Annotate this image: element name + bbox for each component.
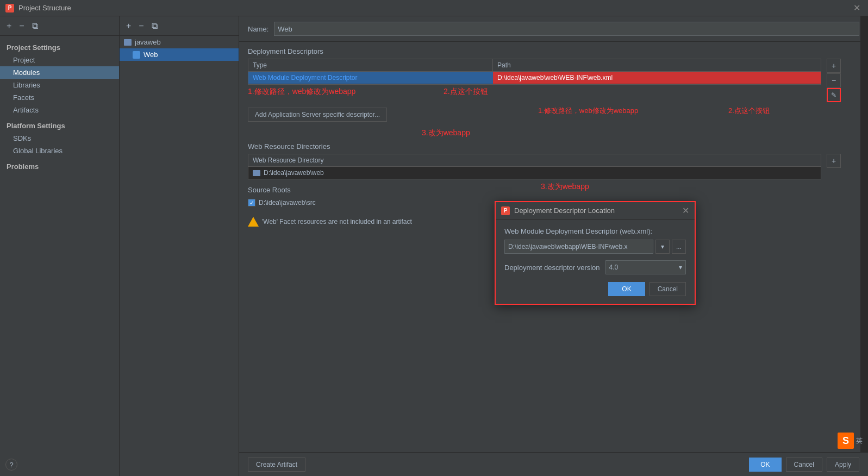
dialog-app-icon: P	[501, 206, 510, 215]
tree-item-web[interactable]: Web	[120, 48, 239, 61]
tree-remove-button[interactable]: −	[136, 21, 146, 32]
sidebar-item-project[interactable]: Project	[0, 54, 119, 66]
dialog-version-row: Deployment descriptor version 4.0 ▾	[504, 260, 686, 274]
annotations-row: 1.修改路径，web修改为webapp 2.点这个按钮	[248, 87, 841, 103]
source-roots-title: Source Roots	[248, 186, 841, 194]
name-row: Name:	[239, 16, 868, 42]
dialog-titlebar: P Deployment Descriptor Location ✕	[496, 202, 695, 220]
deployment-descriptors-title: Deployment Descriptors	[248, 47, 841, 55]
web-resource-header: Web Resource Directory	[248, 154, 821, 167]
remove-descriptor-button[interactable]: −	[827, 73, 841, 87]
table-row[interactable]: Web Module Deployment Descriptor D:\idea…	[248, 72, 821, 84]
table-header: Type Path	[248, 59, 821, 72]
main-content: + − ⧉ Project Settings Project Modules L…	[0, 16, 868, 476]
dialog-input-row: ▾ ...	[504, 240, 686, 254]
project-settings-heading: Project Settings	[0, 40, 119, 54]
add-button[interactable]: +	[4, 21, 14, 32]
title-bar: P Project Structure ✕	[0, 0, 868, 16]
add-resource-button[interactable]: +	[827, 154, 841, 168]
deployment-descriptor-dialog: P Deployment Descriptor Location ✕ Web M…	[495, 201, 696, 305]
dialog-close-button[interactable]: ✕	[682, 205, 689, 216]
scrollbar-track	[860, 16, 868, 452]
dialog-ok-button[interactable]: OK	[608, 282, 645, 296]
dialog-browse-button[interactable]: ...	[672, 240, 686, 254]
dialog-title: Deployment Descriptor Location	[514, 206, 678, 215]
type-cell: Web Module Deployment Descriptor	[248, 72, 493, 84]
deployment-descriptors-table: Type Path Web Module Deployment Descript…	[248, 59, 821, 85]
cancel-button[interactable]: Cancel	[786, 458, 822, 472]
create-artifact-button[interactable]: Create Artifact	[248, 458, 305, 472]
web-resource-table: Web Resource Directory D:\idea\javaweb\w…	[248, 154, 821, 179]
annotation-1: 1.修改路径，web修改为webapp	[248, 87, 355, 97]
global-help-button[interactable]: ?	[5, 459, 17, 471]
web-resource-title: Web Resource Directories	[248, 142, 841, 151]
path-cell: D:\idea\javaweb\web\WEB-INF\web.xml	[493, 72, 821, 84]
dialog-descriptor-label: Web Module Deployment Descriptor (web.xm…	[504, 227, 686, 235]
module-name-input[interactable]	[274, 22, 859, 36]
tree-toolbar: + − ⧉	[120, 16, 239, 36]
tree-add-button[interactable]: +	[124, 21, 133, 32]
sidebar-item-global-libraries[interactable]: Global Libraries	[0, 145, 119, 157]
sidebar-toolbar: + − ⧉	[0, 16, 119, 36]
bottom-bar: Create Artifact OK Cancel Apply	[239, 452, 868, 476]
annotation-2: 2.点这个按钮	[444, 87, 488, 97]
dialog-body: Web Module Deployment Descriptor (web.xm…	[496, 220, 695, 304]
tree-copy-button[interactable]: ⧉	[149, 21, 160, 32]
name-label: Name:	[248, 25, 268, 33]
path-header: Path	[493, 59, 821, 71]
web-resource-row: D:\idea\javaweb\web	[248, 167, 821, 179]
dialog-path-dropdown[interactable]: ▾	[655, 240, 670, 254]
sidebar-item-artifacts[interactable]: Artifacts	[0, 104, 119, 116]
ok-button[interactable]: OK	[749, 458, 781, 472]
add-app-server-descriptor-button[interactable]: Add Application Server specific descript…	[248, 108, 387, 122]
close-button[interactable]: ✕	[851, 3, 863, 13]
apply-button[interactable]: Apply	[827, 458, 859, 472]
module-icon	[133, 51, 140, 59]
project-structure-window: P Project Structure ✕ + − ⧉ Project Sett…	[0, 0, 868, 476]
web-resource-path: D:\idea\javaweb\web	[264, 169, 324, 177]
platform-settings-heading: Platform Settings	[0, 116, 119, 132]
folder-icon	[124, 39, 132, 46]
remove-button[interactable]: −	[17, 21, 26, 32]
source-checkbox[interactable]	[248, 199, 255, 206]
annotation3-row: 3.改为webapp	[248, 128, 841, 138]
sidebar-item-modules[interactable]: Modules	[0, 66, 119, 79]
problems-heading: Problems	[0, 157, 119, 173]
watermark-text: 英	[856, 436, 863, 446]
resource-side-buttons: +	[827, 154, 841, 168]
sidebar-nav: Project Settings Project Modules Librari…	[0, 36, 119, 177]
type-header: Type	[248, 59, 493, 71]
sidebar: + − ⧉ Project Settings Project Modules L…	[0, 16, 120, 476]
web-folder-icon	[253, 170, 260, 176]
add-descriptor-button[interactable]: +	[827, 59, 841, 73]
module-tree-panel: + − ⧉ javaweb Web	[120, 16, 239, 476]
window-title: Project Structure	[18, 4, 851, 12]
dialog-cancel-button[interactable]: Cancel	[650, 282, 686, 296]
dialog-version-label: Deployment descriptor version	[504, 264, 600, 272]
warning-icon	[248, 217, 259, 227]
watermark-icon: S	[838, 433, 854, 449]
bottom-bar-left: Create Artifact	[248, 458, 745, 472]
sidebar-item-libraries[interactable]: Libraries	[0, 79, 119, 91]
sidebar-item-sdks[interactable]: SDKs	[0, 132, 119, 145]
annotation-3: 3.改为webapp	[422, 128, 470, 137]
dialog-actions: OK Cancel	[504, 282, 686, 296]
source-path: D:\idea\javaweb\src	[259, 199, 316, 206]
watermark: S 英	[838, 433, 863, 449]
dialog-version-select[interactable]: 4.0 ▾	[605, 260, 686, 274]
sidebar-item-facets[interactable]: Facets	[0, 91, 119, 104]
copy-button[interactable]: ⧉	[30, 21, 40, 32]
dialog-path-input[interactable]	[504, 240, 653, 254]
tree-item-javaweb[interactable]: javaweb	[120, 36, 239, 48]
warning-text: 'Web' Facet resources are not included i…	[262, 218, 412, 226]
app-icon: P	[5, 4, 14, 12]
